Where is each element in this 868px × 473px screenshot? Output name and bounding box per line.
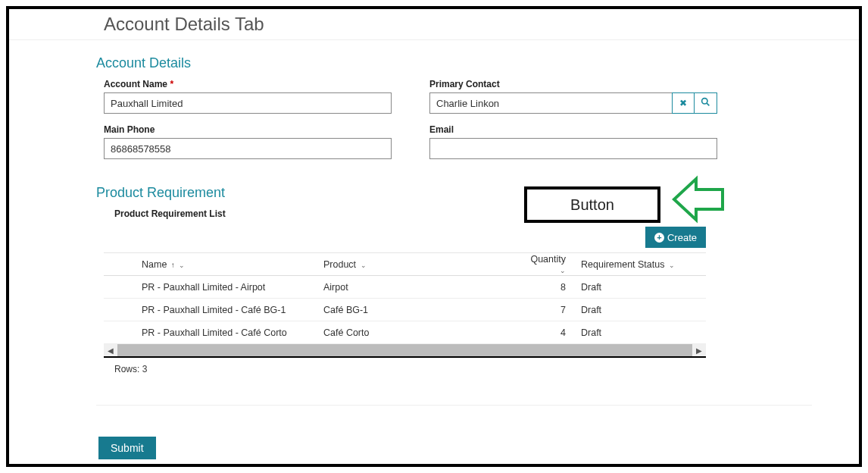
email-input[interactable] [429,138,717,159]
svg-point-0 [702,99,707,104]
svg-line-1 [707,103,709,105]
main-phone-input[interactable] [104,138,392,159]
annotation-button-callout: Button [524,186,660,223]
required-marker: * [170,79,173,89]
primary-contact-lookup: ✖ [429,92,717,114]
main-phone-label: Main Phone [104,124,399,135]
scroll-track[interactable] [117,344,692,356]
account-name-label: Account Name * [104,79,399,89]
table-row[interactable]: PR - Pauxhall Limited - Café Corto Café … [104,321,706,344]
x-icon: ✖ [679,98,687,108]
form-row-1: Account Name * Primary Contact ✖ [104,79,725,124]
col-quantity-header[interactable]: Quantity ⌄ [520,254,581,275]
col-product-header[interactable]: Product ⌄ [323,259,520,270]
window-frame: Account Details Tab Account Details Acco… [6,6,862,467]
scroll-right-icon[interactable]: ▶ [692,344,706,356]
primary-contact-label: Primary Contact [429,79,725,89]
form-row-2: Main Phone Email [104,124,725,170]
account-name-input[interactable] [104,92,392,114]
divider [96,405,812,406]
grid-header: Name ↑ ⌄ Product ⌄ Quantity ⌄ Requiremen… [104,253,706,276]
rows-count-label: Rows: 3 [114,364,725,374]
account-details-section: Account Details Account Name * Primary C… [9,40,725,170]
horizontal-scrollbar[interactable]: ◀ ▶ [104,344,706,358]
submit-button[interactable]: Submit [98,437,156,459]
create-row: + Create [104,227,706,248]
create-button[interactable]: + Create [645,227,706,248]
chevron-down-icon: ⌄ [560,267,566,274]
clear-lookup-button[interactable]: ✖ [672,92,695,114]
col-name-header[interactable]: Name ↑ ⌄ [142,259,323,270]
chevron-down-icon: ⌄ [669,262,675,269]
content: Account Details Tab Account Details Acco… [9,9,859,464]
account-details-header: Account Details [96,55,725,71]
scroll-left-icon[interactable]: ◀ [104,344,117,356]
page-title: Account Details Tab [9,9,859,40]
sort-up-icon: ↑ [171,261,175,269]
chevron-down-icon: ⌄ [179,262,185,269]
product-grid: Name ↑ ⌄ Product ⌄ Quantity ⌄ Requiremen… [104,252,706,344]
annotation-arrow-icon [670,173,730,229]
chevron-down-icon: ⌄ [361,262,367,269]
col-status-header[interactable]: Requirement Status ⌄ [581,259,695,270]
search-icon [701,97,710,109]
table-row[interactable]: PR - Pauxhall Limited - Airpot Airpot 8 … [104,276,706,299]
search-lookup-button[interactable] [695,92,717,114]
table-row[interactable]: PR - Pauxhall Limited - Café BG-1 Café B… [104,299,706,321]
plus-circle-icon: + [654,233,664,243]
primary-contact-input[interactable] [429,92,672,114]
email-label: Email [429,124,725,135]
